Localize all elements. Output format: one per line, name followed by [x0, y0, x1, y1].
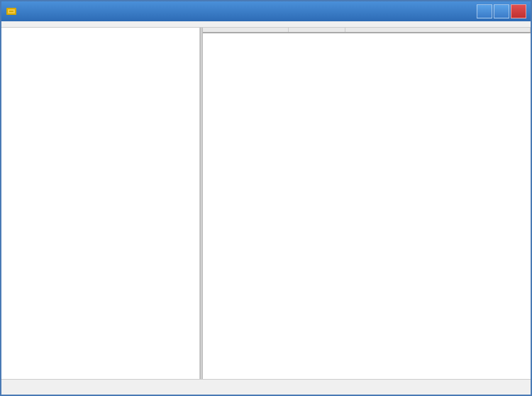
registry-editor-window	[0, 0, 532, 396]
menu-file[interactable]	[4, 23, 16, 26]
title-bar-left	[6, 6, 21, 17]
menu-view[interactable]	[27, 23, 38, 26]
values-panel	[203, 28, 531, 379]
col-data[interactable]	[345, 28, 531, 33]
maximize-button[interactable]	[494, 4, 509, 18]
col-type[interactable]	[288, 28, 345, 33]
col-name[interactable]	[203, 28, 288, 33]
close-button[interactable]	[511, 4, 526, 18]
minimize-button[interactable]	[477, 4, 492, 18]
content-area	[1, 28, 531, 379]
registry-tree	[1, 28, 199, 31]
svg-rect-2	[9, 11, 13, 12]
menu-bar	[1, 21, 531, 28]
app-icon	[6, 6, 17, 17]
title-bar	[1, 1, 531, 21]
menu-favorites[interactable]	[38, 23, 50, 26]
registry-table	[203, 28, 531, 33]
status-bar	[1, 379, 531, 395]
menu-edit[interactable]	[16, 23, 27, 26]
title-controls	[477, 4, 526, 18]
menu-help[interactable]	[50, 23, 61, 26]
tree-panel[interactable]	[1, 28, 200, 379]
